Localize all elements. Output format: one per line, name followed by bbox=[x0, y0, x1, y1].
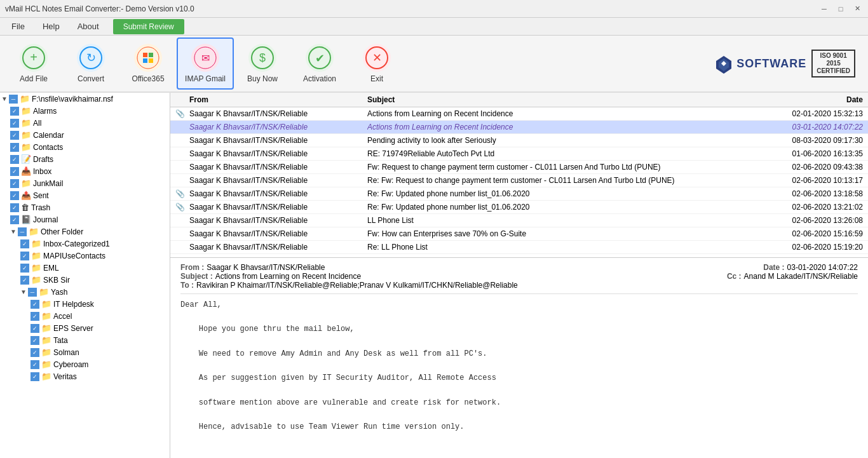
folder-tata[interactable]: ✓ 📁 Tata bbox=[0, 334, 170, 346]
folder-junkmail[interactable]: ✓ 📁 JunkMail bbox=[0, 177, 170, 189]
submit-review-button[interactable]: Submit Review bbox=[113, 19, 184, 34]
email-row[interactable]: 📎 Saagar K Bhavsar/IT/NSK/Reliable Actio… bbox=[170, 107, 868, 121]
junkmail-checkbox[interactable]: ✓ bbox=[10, 179, 19, 188]
main-content: ▼ ─ 📁 F:\nsfile\vavikhaimar.nsf ✓ 📁 Alar… bbox=[0, 93, 868, 458]
date-8: 02-06-2020 13:26:08 bbox=[761, 216, 863, 225]
imap-gmail-button[interactable]: ✉ IMAP Gmail bbox=[177, 37, 234, 90]
email-row-selected[interactable]: Saagar K Bhavsar/IT/NSK/Reliable Actions… bbox=[170, 121, 868, 134]
office365-button[interactable]: Office365 bbox=[119, 37, 177, 90]
folder-all[interactable]: ✓ 📁 All bbox=[0, 117, 170, 129]
folder-accel[interactable]: ✓ 📁 Accel bbox=[0, 310, 170, 322]
folder-calendar[interactable]: ✓ 📁 Calendar bbox=[0, 129, 170, 141]
folder-trash[interactable]: ✓ 🗑 Trash bbox=[0, 201, 170, 213]
folder-eml[interactable]: ✓ 📁 EML bbox=[0, 262, 170, 274]
minimize-button[interactable]: ─ bbox=[818, 3, 830, 15]
menu-bar: File Help About Submit Review bbox=[0, 18, 868, 36]
yash-checkbox[interactable]: ─ bbox=[28, 288, 37, 297]
folder-mapi[interactable]: ✓ 📁 MAPIUseContacts bbox=[0, 250, 170, 262]
preview-date: 03-01-2020 14:07:22 bbox=[787, 263, 858, 272]
folder-inbox-cat[interactable]: ✓ 📁 Inbox-Categorized1 bbox=[0, 238, 170, 250]
email-row[interactable]: Saagar K Bhavsar/IT/NSK/Reliable Fw: How… bbox=[170, 227, 868, 241]
buy-now-icon: $ bbox=[248, 44, 276, 72]
buy-now-button[interactable]: $ Buy Now bbox=[234, 37, 291, 90]
tata-checkbox[interactable]: ✓ bbox=[31, 336, 39, 345]
subject-1: Actions from Learning on Recent Incidenc… bbox=[367, 123, 761, 131]
folder-it-helpdesk[interactable]: ✓ 📁 IT Helpdesk bbox=[0, 298, 170, 310]
eml-checkbox[interactable]: ✓ bbox=[20, 264, 29, 273]
inbox-checkbox[interactable]: ✓ bbox=[10, 167, 19, 176]
folder-yash[interactable]: ▼ ─ 📁 Yash bbox=[0, 286, 170, 298]
email-row[interactable]: 📎 Saagar K Bhavsar/IT/NSK/Reliable Re: F… bbox=[170, 201, 868, 214]
from-4: Saagar K Bhavsar/IT/NSK/Reliable bbox=[189, 163, 367, 172]
convert-label: Convert bbox=[78, 74, 104, 83]
solman-checkbox[interactable]: ✓ bbox=[31, 348, 39, 357]
folder-sent[interactable]: ✓ 📤 Sent bbox=[0, 189, 170, 201]
menu-about[interactable]: About bbox=[69, 19, 108, 34]
inboxcat-checkbox[interactable]: ✓ bbox=[20, 239, 29, 248]
skb-checkbox[interactable]: ✓ bbox=[20, 276, 29, 285]
svg-text:+: + bbox=[30, 50, 37, 64]
sent-checkbox[interactable]: ✓ bbox=[10, 191, 19, 200]
add-file-label: Add File bbox=[20, 74, 48, 83]
mapi-checkbox[interactable]: ✓ bbox=[20, 252, 29, 260]
accel-checkbox[interactable]: ✓ bbox=[31, 312, 39, 321]
from-label: From : bbox=[180, 263, 204, 272]
folder-inbox[interactable]: ✓ 📥 Inbox bbox=[0, 165, 170, 177]
veritas-checkbox[interactable]: ✓ bbox=[31, 372, 39, 381]
journal-checkbox[interactable]: ✓ bbox=[10, 215, 19, 224]
folder-drafts[interactable]: ✓ 📝 Drafts bbox=[0, 153, 170, 165]
cyberoam-checkbox[interactable]: ✓ bbox=[31, 360, 39, 369]
add-file-button[interactable]: + Add File bbox=[5, 37, 62, 90]
alarms-checkbox[interactable]: ✓ bbox=[10, 107, 19, 116]
email-row[interactable]: 📎 Saagar K Bhavsar/IT/NSK/Reliable Re: F… bbox=[170, 187, 868, 201]
folder-alarms[interactable]: ✓ 📁 Alarms bbox=[0, 105, 170, 117]
from-10: Saagar K Bhavsar/IT/NSK/Reliable bbox=[189, 243, 367, 252]
svg-text:✔: ✔ bbox=[315, 52, 325, 65]
date-9: 02-06-2020 15:16:59 bbox=[761, 229, 863, 238]
folder-veritas[interactable]: ✓ 📁 Veritas bbox=[0, 370, 170, 382]
exit-button[interactable]: ✕ Exit bbox=[348, 37, 405, 90]
from-3: Saagar K Bhavsar/IT/NSK/Reliable bbox=[189, 149, 367, 158]
folder-contacts[interactable]: ✓ 📁 Contacts bbox=[0, 141, 170, 153]
root-checkbox[interactable]: ─ bbox=[9, 95, 18, 104]
email-row[interactable]: Saagar K Bhavsar/IT/NSK/Reliable Fw: Req… bbox=[170, 161, 868, 174]
from-9: Saagar K Bhavsar/IT/NSK/Reliable bbox=[189, 229, 367, 238]
menu-file[interactable]: File bbox=[3, 19, 34, 34]
all-checkbox[interactable]: ✓ bbox=[10, 119, 19, 128]
maximize-button[interactable]: □ bbox=[835, 3, 846, 15]
trash-checkbox[interactable]: ✓ bbox=[10, 203, 19, 212]
folder-journal[interactable]: ✓ 📓 Journal bbox=[0, 213, 170, 226]
convert-button[interactable]: ↻ Convert bbox=[62, 37, 119, 90]
email-row[interactable]: Saagar K Bhavsar/IT/NSK/Reliable LL Phon… bbox=[170, 214, 868, 227]
exit-label: Exit bbox=[370, 74, 383, 83]
email-row[interactable]: Saagar K Bhavsar/IT/NSK/Reliable RE: 719… bbox=[170, 147, 868, 161]
ithelpdesk-checkbox[interactable]: ✓ bbox=[31, 300, 39, 309]
folder-eps[interactable]: ✓ 📁 EPS Server bbox=[0, 322, 170, 334]
email-row[interactable]: Saagar K Bhavsar/IT/NSK/Reliable Re: LL … bbox=[170, 241, 868, 254]
folder-other[interactable]: ▼ ─ 📁 Other Folder bbox=[0, 226, 170, 238]
date-10: 02-06-2020 15:19:20 bbox=[761, 243, 863, 252]
svg-text:✕: ✕ bbox=[372, 51, 382, 64]
preview-header: From : Saagar K Bhavsar/IT/NSK/Reliable … bbox=[180, 263, 858, 294]
root-collapse-btn[interactable]: ▼ bbox=[1, 95, 8, 102]
yash-collapse-btn[interactable]: ▼ bbox=[20, 288, 27, 295]
menu-help[interactable]: Help bbox=[34, 19, 69, 34]
folder-skb[interactable]: ✓ 📁 SKB Sir bbox=[0, 274, 170, 286]
other-checkbox[interactable]: ─ bbox=[18, 227, 27, 236]
calendar-checkbox[interactable]: ✓ bbox=[10, 131, 19, 140]
from-8: Saagar K Bhavsar/IT/NSK/Reliable bbox=[189, 216, 367, 225]
email-row[interactable]: Saagar K Bhavsar/IT/NSK/Reliable Pending… bbox=[170, 134, 868, 147]
drafts-checkbox[interactable]: ✓ bbox=[10, 155, 19, 164]
subject-4: Fw: Request to change payment term custo… bbox=[367, 163, 761, 172]
folder-solman[interactable]: ✓ 📁 Solman bbox=[0, 346, 170, 358]
email-row[interactable]: Saagar K Bhavsar/IT/NSK/Reliable Re: Fw:… bbox=[170, 174, 868, 187]
eps-checkbox[interactable]: ✓ bbox=[31, 324, 39, 333]
folder-cyberoam[interactable]: ✓ 📁 Cyberoam bbox=[0, 358, 170, 370]
close-button[interactable]: ✕ bbox=[851, 3, 863, 15]
root-folder[interactable]: ▼ ─ 📁 F:\nsfile\vavikhaimar.nsf bbox=[0, 93, 170, 105]
activation-button[interactable]: ✔ Activation bbox=[291, 37, 348, 90]
date-3: 01-06-2020 16:13:35 bbox=[761, 149, 863, 158]
other-collapse-btn[interactable]: ▼ bbox=[10, 228, 17, 235]
contacts-checkbox[interactable]: ✓ bbox=[10, 143, 19, 152]
from-7: Saagar K Bhavsar/IT/NSK/Reliable bbox=[189, 203, 367, 212]
